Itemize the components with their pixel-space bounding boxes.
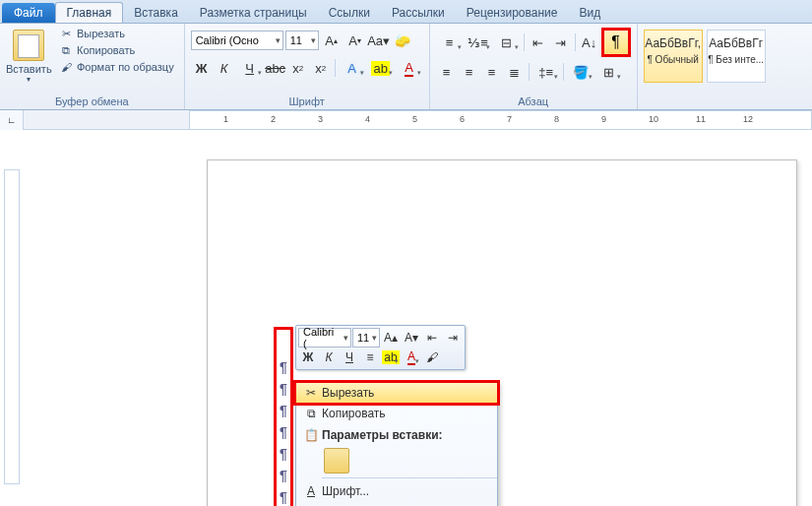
grow-font-button[interactable]: A▴ — [321, 30, 343, 51]
line-spacing-button[interactable]: ‡≡ — [532, 61, 560, 83]
mini-indent-dec[interactable]: ⇤ — [422, 328, 442, 348]
subscript-button[interactable]: x2 — [287, 57, 309, 79]
copy-icon: ⧉ — [59, 43, 73, 57]
tab-references[interactable]: Ссылки — [318, 3, 381, 23]
mini-size-combo[interactable]: 11 — [352, 328, 380, 348]
bullets-button[interactable]: ≡ — [436, 32, 464, 53]
text-effects-button[interactable]: A — [339, 57, 366, 79]
format-painter-button[interactable]: 🖌Формат по образцу — [55, 59, 178, 75]
ruler-row: ∟ 1 2 3 4 5 6 7 8 9 10 11 12 — [0, 110, 812, 130]
ctx-cut[interactable]: ✂ Вырезать — [295, 382, 498, 404]
horizontal-ruler[interactable]: 1 2 3 4 5 6 7 8 9 10 11 12 — [189, 110, 812, 130]
change-case-button[interactable]: Aa▾ — [368, 30, 390, 51]
superscript-button[interactable]: x2 — [310, 57, 332, 79]
ctx-separator — [322, 477, 497, 478]
group-clipboard-title: Буфер обмена — [6, 94, 178, 109]
vertical-ruler[interactable] — [4, 169, 20, 484]
ruler-tick: 7 — [507, 114, 512, 124]
pilcrow-mark: ¶ — [277, 357, 290, 379]
scissors-icon: ✂ — [59, 27, 73, 40]
copy-button[interactable]: ⧉Копировать — [55, 42, 178, 58]
numbering-button[interactable]: ⅓≡ — [465, 32, 492, 53]
ruler-tick: 6 — [460, 114, 465, 124]
shading-button[interactable]: 🪣 — [567, 61, 594, 83]
ruler-tick: 4 — [365, 114, 370, 124]
pilcrow-mark: ¶ — [277, 466, 290, 487]
document-area: ¶ ¶ ¶ ¶ ¶ ¶ ¶ ¶ ¶ ¶ Calibri ( 11 A▴ A▾ ⇤… — [0, 130, 812, 506]
paste-label: Вставить — [6, 63, 52, 75]
group-font-title: Шрифт — [191, 94, 423, 109]
tab-home[interactable]: Главная — [55, 2, 124, 23]
highlight-button[interactable]: ab — [367, 57, 395, 79]
mini-align-center[interactable]: ≡ — [360, 348, 380, 367]
font-size-combo[interactable]: 11 — [285, 31, 319, 50]
bold-button[interactable]: Ж — [191, 57, 213, 79]
sort-button[interactable]: A↓ — [579, 32, 600, 53]
mini-bold[interactable]: Ж — [298, 348, 318, 367]
clear-formatting-button[interactable]: 🧽 — [392, 30, 413, 51]
mini-indent-inc[interactable]: ⇥ — [443, 328, 463, 348]
mini-grow-font[interactable]: A▴ — [381, 328, 401, 348]
paste-icon — [13, 30, 44, 61]
tab-file[interactable]: Файл — [2, 3, 55, 23]
style-nospacing[interactable]: АаБбВвГг ¶ Без инте... — [707, 30, 766, 83]
context-menu: ✂ Вырезать ⧉ Копировать 📋 Параметры вста… — [295, 382, 498, 506]
mini-font-color[interactable]: A — [402, 348, 421, 367]
mini-italic[interactable]: К — [319, 348, 339, 367]
justify-button[interactable]: ≣ — [504, 61, 526, 83]
ctx-copy[interactable]: ⧉ Копировать — [296, 403, 497, 424]
mini-underline[interactable]: Ч — [340, 348, 359, 367]
shrink-font-button[interactable]: A▾ — [344, 30, 366, 51]
ctx-font[interactable]: A Шрифт... — [296, 480, 497, 502]
ctx-font-label: Шрифт... — [322, 484, 489, 498]
ctx-paragraph[interactable]: ≣ Абзац... — [296, 502, 497, 506]
show-pilcrow-button[interactable]: ¶ — [601, 28, 631, 57]
align-center-button[interactable]: ≡ — [459, 61, 480, 83]
pilcrow-mark: ¶ — [277, 422, 290, 444]
clipboard-icon: 📋 — [300, 428, 322, 442]
align-right-button[interactable]: ≡ — [481, 61, 503, 83]
tab-view[interactable]: Вид — [568, 3, 611, 23]
multilevel-button[interactable]: ⊟ — [493, 32, 521, 53]
italic-button[interactable]: К — [214, 57, 235, 79]
indent-increase-button[interactable]: ⇥ — [550, 32, 572, 53]
mini-toolbar: Calibri ( 11 A▴ A▾ ⇤ ⇥ Ж К Ч ≡ ab A 🖌 — [295, 325, 466, 370]
ruler-tick: 12 — [743, 114, 753, 124]
ruler-tick: 3 — [318, 114, 323, 124]
mini-font-combo[interactable]: Calibri ( — [298, 328, 351, 348]
ruler-tick: 2 — [271, 114, 276, 124]
ctx-paste-option-keep[interactable] — [324, 448, 349, 474]
mini-highlight[interactable]: ab — [381, 348, 401, 367]
ruler-tick: 9 — [601, 114, 606, 124]
cut-button[interactable]: ✂Вырезать — [55, 26, 178, 41]
pilcrow-column-highlight: ¶ ¶ ¶ ¶ ¶ ¶ ¶ ¶ ¶ ¶ — [274, 327, 293, 506]
pilcrow-mark: ¶ — [277, 401, 290, 422]
align-left-button[interactable]: ≡ — [436, 61, 458, 83]
group-styles: АаБбВвГг, ¶ Обычный АаБбВвГг ¶ Без инте.… — [638, 24, 772, 109]
style-normal-example: АаБбВвГг, — [645, 36, 702, 50]
strikethrough-button[interactable]: abc — [265, 57, 286, 79]
ribbon-tabs: Файл Главная Вставка Разметка страницы С… — [0, 0, 812, 24]
ctx-paste-options-header: 📋 Параметры вставки: — [296, 424, 497, 446]
pilcrow-mark: ¶ — [277, 379, 290, 401]
ruler-tick: 8 — [554, 114, 559, 124]
borders-button[interactable]: ⊞ — [595, 61, 623, 83]
tab-mailings[interactable]: Рассылки — [381, 3, 456, 23]
ruler-corner[interactable]: ∟ — [0, 110, 24, 130]
font-name-combo[interactable]: Calibri (Осно — [191, 31, 283, 50]
underline-button[interactable]: Ч — [236, 57, 264, 79]
group-clipboard: Вставить ▾ ✂Вырезать ⧉Копировать 🖌Формат… — [0, 24, 185, 109]
cut-label: Вырезать — [77, 28, 125, 39]
style-normal[interactable]: АаБбВвГг, ¶ Обычный — [644, 30, 703, 83]
copy-icon: ⧉ — [300, 407, 322, 420]
indent-decrease-button[interactable]: ⇤ — [528, 32, 549, 53]
font-color-button[interactable]: A — [396, 57, 423, 79]
ruler-tick: 5 — [412, 114, 417, 124]
scissors-icon: ✂ — [300, 386, 322, 400]
mini-shrink-font[interactable]: A▾ — [402, 328, 421, 348]
tab-review[interactable]: Рецензирование — [456, 3, 569, 23]
mini-format-painter[interactable]: 🖌 — [422, 348, 442, 367]
tab-layout[interactable]: Разметка страницы — [189, 3, 318, 23]
tab-insert[interactable]: Вставка — [123, 3, 189, 23]
paste-button[interactable]: Вставить ▾ — [6, 26, 51, 94]
